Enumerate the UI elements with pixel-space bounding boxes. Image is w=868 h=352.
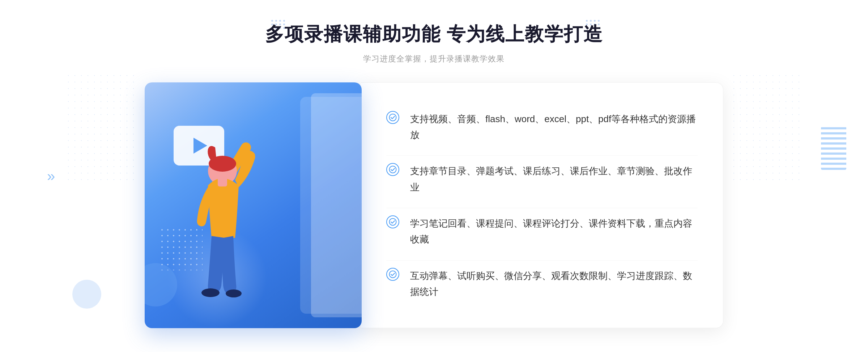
illustration-card: [145, 82, 362, 328]
check-icon-3: [386, 215, 399, 228]
page-header: 多项录播课辅助功能 专为线上教学打造 学习进度全掌握，提升录播课教学效果: [265, 22, 603, 64]
svg-point-3: [201, 288, 220, 297]
svg-point-6: [390, 114, 396, 121]
feature-text-4: 互动弹幕、试听购买、微信分享、观看次数限制、学习进度跟踪、数据统计: [410, 268, 698, 300]
feature-item-2: 支持章节目录、弹题考试、课后练习、课后作业、章节测验、批改作业: [386, 155, 698, 202]
svg-point-8: [390, 219, 396, 226]
person-illustration: [166, 119, 304, 328]
inner-white-card: [311, 93, 362, 317]
svg-point-9: [390, 271, 396, 278]
deco-circle-small: [72, 280, 101, 309]
check-icon-2: [386, 163, 399, 176]
check-icon-4: [386, 268, 399, 281]
feature-text-1: 支持视频、音频、flash、word、excel、ppt、pdf等各种格式的资源…: [410, 111, 698, 143]
svg-point-7: [390, 166, 396, 173]
feature-text-2: 支持章节目录、弹题考试、课后练习、课后作业、章节测验、批改作业: [410, 163, 698, 195]
feature-item-4: 互动弹幕、试听购买、微信分享、观看次数限制、学习进度跟踪、数据统计: [386, 260, 698, 307]
feature-item-3: 学习笔记回看、课程提问、课程评论打分、课件资料下载，重点内容收藏: [386, 208, 698, 254]
svg-point-4: [226, 289, 242, 297]
page-title: 多项录播课辅助功能 专为线上教学打造: [265, 22, 603, 47]
page-container: » 多项录播课辅助功能 专为线上教学打造 学习进度全掌握，提升录播课教学效果: [0, 0, 868, 352]
feature-text-3: 学习笔记回看、课程提问、课程评论打分、课件资料下载，重点内容收藏: [410, 215, 698, 247]
bg-dots-right: [731, 72, 803, 181]
feature-item-1: 支持视频、音频、flash、word、excel、ppt、pdf等各种格式的资源…: [386, 104, 698, 150]
main-content: 支持视频、音频、flash、word、excel、ppt、pdf等各种格式的资源…: [145, 82, 723, 328]
page-subtitle: 学习进度全掌握，提升录播课教学效果: [265, 53, 603, 64]
svg-rect-5: [218, 176, 227, 186]
features-panel: 支持视频、音频、flash、word、excel、ppt、pdf等各种格式的资源…: [361, 82, 723, 328]
stripe-decoration: [821, 126, 846, 170]
arrow-decoration-left: »: [47, 168, 55, 184]
bg-dots-left: [65, 72, 137, 181]
check-icon-1: [386, 111, 399, 124]
